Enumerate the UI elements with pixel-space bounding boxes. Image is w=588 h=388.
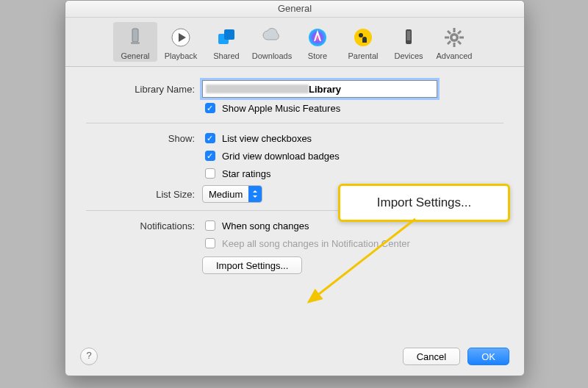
tab-downloads-label: Downloads bbox=[250, 51, 294, 60]
tab-parental[interactable]: Parental bbox=[341, 22, 385, 62]
star-ratings-label: Star ratings bbox=[222, 168, 270, 179]
grid-view-badges-checkbox[interactable] bbox=[205, 151, 215, 161]
list-size-select[interactable]: Medium bbox=[202, 185, 262, 203]
dialog-footer: ? Cancel OK bbox=[65, 348, 524, 365]
tab-general[interactable]: General bbox=[113, 22, 157, 62]
tab-advanced-label: Advanced bbox=[432, 51, 476, 60]
show-apple-music-label: Show Apple Music Features bbox=[222, 103, 340, 114]
tab-advanced[interactable]: Advanced bbox=[432, 22, 476, 62]
store-icon bbox=[305, 25, 330, 50]
callout-text: Import Settings... bbox=[377, 195, 472, 210]
tab-devices[interactable]: Devices bbox=[387, 22, 431, 62]
star-ratings-checkbox[interactable] bbox=[205, 168, 215, 179]
redacted-text bbox=[206, 85, 309, 93]
import-settings-button[interactable]: Import Settings... bbox=[202, 256, 302, 274]
cancel-button[interactable]: Cancel bbox=[403, 348, 460, 365]
cloud-download-icon bbox=[259, 25, 284, 50]
when-song-changes-label: When song changes bbox=[222, 220, 309, 231]
list-view-checkboxes-checkbox[interactable] bbox=[205, 133, 215, 143]
library-name-field[interactable]: Library bbox=[202, 80, 437, 98]
general-icon bbox=[123, 25, 148, 50]
svg-rect-10 bbox=[407, 31, 411, 40]
svg-rect-1 bbox=[131, 42, 140, 44]
tab-playback[interactable]: Playback bbox=[159, 22, 203, 62]
gear-icon bbox=[442, 25, 467, 50]
play-icon bbox=[168, 25, 193, 50]
library-name-label: Library Name: bbox=[86, 84, 202, 95]
chevron-updown-icon bbox=[248, 186, 262, 202]
tab-downloads[interactable]: Downloads bbox=[250, 22, 294, 62]
callout-import-settings: Import Settings... bbox=[338, 184, 510, 222]
svg-point-20 bbox=[453, 36, 456, 40]
when-song-changes-checkbox[interactable] bbox=[205, 220, 215, 231]
devices-icon bbox=[396, 25, 421, 50]
window-title: General bbox=[65, 1, 524, 18]
svg-point-8 bbox=[359, 33, 363, 37]
shared-icon bbox=[214, 25, 239, 50]
parental-icon bbox=[351, 25, 376, 50]
list-view-checkboxes-label: List view checkboxes bbox=[222, 133, 312, 144]
svg-line-19 bbox=[448, 41, 451, 44]
library-name-value: Library bbox=[309, 84, 341, 95]
keep-in-nc-checkbox bbox=[205, 238, 215, 248]
list-size-label: List Size: bbox=[86, 189, 202, 200]
tab-store-label: Store bbox=[295, 51, 340, 60]
show-label: Show: bbox=[86, 133, 202, 144]
svg-rect-5 bbox=[224, 29, 234, 40]
preferences-toolbar: General Playback Shared Downloads Store bbox=[65, 18, 524, 67]
ok-button[interactable]: OK bbox=[467, 348, 509, 365]
grid-view-badges-label: Grid view download badges bbox=[222, 151, 340, 162]
tab-store[interactable]: Store bbox=[295, 22, 340, 62]
svg-rect-0 bbox=[132, 29, 138, 42]
tab-shared[interactable]: Shared bbox=[204, 22, 248, 62]
separator bbox=[86, 123, 503, 123]
list-size-value: Medium bbox=[203, 189, 248, 200]
svg-line-17 bbox=[458, 41, 461, 44]
tab-parental-label: Parental bbox=[341, 51, 385, 60]
tab-general-label: General bbox=[113, 51, 157, 60]
help-button[interactable]: ? bbox=[80, 348, 98, 365]
tab-playback-label: Playback bbox=[159, 51, 203, 60]
content-area: Library Name: Library Show Apple Music F… bbox=[65, 67, 524, 274]
show-apple-music-checkbox[interactable] bbox=[205, 103, 215, 113]
tab-devices-label: Devices bbox=[387, 51, 431, 60]
svg-line-18 bbox=[458, 31, 461, 34]
notifications-label: Notifications: bbox=[86, 220, 202, 231]
tab-shared-label: Shared bbox=[204, 51, 248, 60]
svg-line-16 bbox=[448, 31, 451, 34]
keep-in-nc-label: Keep all song changes in Notification Ce… bbox=[222, 238, 410, 249]
